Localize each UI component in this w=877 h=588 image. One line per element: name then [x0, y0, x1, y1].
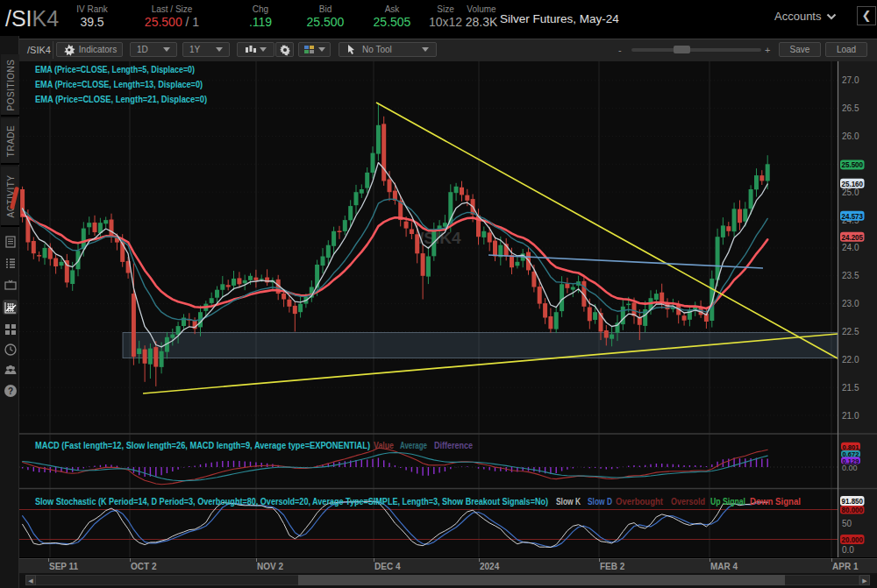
- svg-text:EMA (Price=CLOSE, Length=5, Di: EMA (Price=CLOSE, Length=5, Displace=0): [35, 64, 195, 74]
- svg-text:27.0: 27.0: [842, 75, 859, 85]
- svg-text:26.0: 26.0: [842, 131, 859, 141]
- svg-text:26.5: 26.5: [842, 103, 859, 113]
- svg-text:25.0: 25.0: [842, 188, 859, 197]
- svg-text:23.5: 23.5: [842, 271, 859, 280]
- svg-text:24.205: 24.205: [842, 233, 864, 242]
- svg-text:22.0: 22.0: [842, 355, 859, 365]
- svg-text:/SIK4: /SIK4: [419, 229, 461, 247]
- svg-text:21.0: 21.0: [842, 411, 859, 421]
- svg-text:80.000: 80.000: [842, 506, 864, 514]
- svg-text:Slow D: Slow D: [588, 497, 612, 507]
- svg-text:20.000: 20.000: [842, 535, 864, 544]
- svg-text:EMA (Price=CLOSE, Length=21, D: EMA (Price=CLOSE, Length=21, Displace=0): [35, 94, 207, 104]
- svg-text:Up Signal: Up Signal: [710, 497, 745, 507]
- svg-text:?: ?: [7, 386, 12, 395]
- svg-text:0.801: 0.801: [843, 443, 859, 451]
- svg-text:0.00: 0.00: [842, 464, 858, 472]
- svg-text:22.5: 22.5: [842, 327, 859, 337]
- svg-text:Oversold: Oversold: [671, 497, 705, 507]
- svg-text:21.5: 21.5: [842, 383, 859, 393]
- svg-text:24.573: 24.573: [842, 212, 864, 221]
- svg-text:25.500: 25.500: [842, 160, 864, 169]
- svg-text:Difference: Difference: [434, 441, 473, 450]
- svg-text:25.160: 25.160: [842, 180, 864, 188]
- svg-text:Overbought: Overbought: [616, 497, 664, 507]
- svg-text:Slow K: Slow K: [556, 497, 581, 507]
- svg-text:Average: Average: [400, 441, 427, 450]
- svg-text:Down Signal: Down Signal: [750, 497, 801, 507]
- svg-text:50: 50: [842, 519, 852, 528]
- svg-text:23.0: 23.0: [842, 299, 859, 308]
- svg-text:0.0: 0.0: [842, 545, 854, 555]
- svg-text:MACD (Fast length=12, Slow len: MACD (Fast length=12, Slow length=26, MA…: [35, 441, 370, 450]
- svg-text:Value: Value: [374, 441, 394, 450]
- svg-text:Slow Stochastic (K Period=14,: Slow Stochastic (K Period=14, D Period=3…: [35, 497, 548, 507]
- svg-text:91.850: 91.850: [842, 497, 864, 506]
- svg-text:24.0: 24.0: [842, 243, 859, 252]
- svg-text:EMA (Price=CLOSE, Length=13, D: EMA (Price=CLOSE, Length=13, Displace=0): [35, 79, 203, 89]
